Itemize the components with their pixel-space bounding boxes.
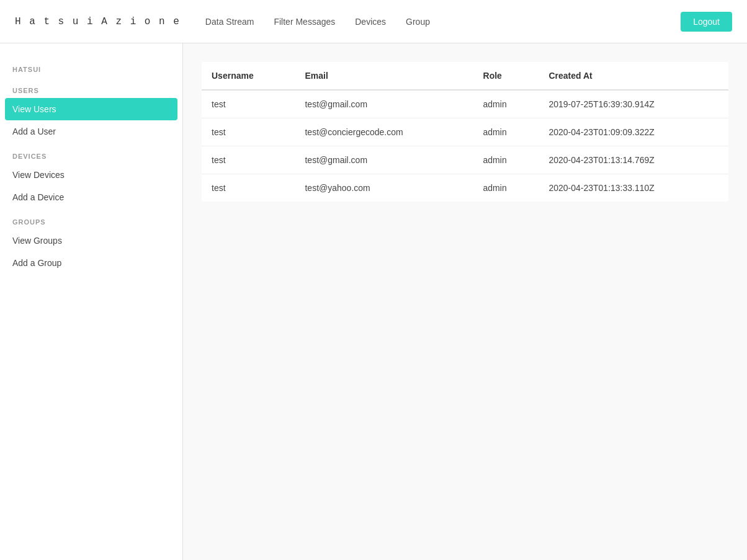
cell-username: test (202, 174, 295, 202)
cell-created_at: 2020-04-23T01:13:33.110Z (539, 174, 728, 202)
nav-data-stream[interactable]: Data Stream (205, 17, 254, 27)
nav-filter-messages[interactable]: Filter Messages (274, 17, 335, 27)
nav-devices[interactable]: Devices (355, 17, 386, 27)
cell-username: test (202, 90, 295, 118)
cell-role: admin (473, 146, 539, 174)
sidebar-item-add-user[interactable]: Add a User (0, 120, 182, 143)
cell-created_at: 2020-04-23T01:09:09.322Z (539, 118, 728, 146)
sidebar-item-view-groups[interactable]: View Groups (0, 229, 182, 252)
sidebar: HATSUI USERS View Users Add a User DEVIC… (0, 43, 183, 560)
navbar-right: Logout (681, 12, 732, 32)
cell-username: test (202, 146, 295, 174)
table-row: testtest@gmail.comadmin2019-07-25T16:39:… (202, 90, 728, 118)
navbar: H a t s u i A z i o n e Data Stream Filt… (0, 0, 747, 43)
table-body: testtest@gmail.comadmin2019-07-25T16:39:… (202, 90, 728, 202)
table-row: testtest@conciergecode.comadmin2020-04-2… (202, 118, 728, 146)
cell-email: test@conciergecode.com (295, 118, 473, 146)
users-table: Username Email Role Created At testtest@… (202, 62, 728, 202)
cell-email: test@gmail.com (295, 146, 473, 174)
sidebar-users-label: USERS (0, 77, 182, 98)
col-role: Role (473, 62, 539, 90)
table-header-row: Username Email Role Created At (202, 62, 728, 90)
sidebar-item-view-users[interactable]: View Users (5, 98, 177, 120)
table-header: Username Email Role Created At (202, 62, 728, 90)
sidebar-groups-label: GROUPS (0, 208, 182, 229)
layout: HATSUI USERS View Users Add a User DEVIC… (0, 43, 747, 560)
cell-role: admin (473, 90, 539, 118)
sidebar-item-view-devices[interactable]: View Devices (0, 164, 182, 186)
sidebar-hatsui-label: HATSUI (0, 56, 182, 77)
cell-created_at: 2019-07-25T16:39:30.914Z (539, 90, 728, 118)
sidebar-item-add-group[interactable]: Add a Group (0, 252, 182, 274)
cell-email: test@gmail.com (295, 90, 473, 118)
sidebar-devices-label: DEVICES (0, 143, 182, 164)
col-email: Email (295, 62, 473, 90)
main-content: Username Email Role Created At testtest@… (183, 43, 747, 560)
sidebar-item-add-device[interactable]: Add a Device (0, 186, 182, 208)
table-row: testtest@yahoo.comadmin2020-04-23T01:13:… (202, 174, 728, 202)
navbar-links: Data Stream Filter Messages Devices Grou… (205, 17, 681, 27)
cell-role: admin (473, 174, 539, 202)
cell-email: test@yahoo.com (295, 174, 473, 202)
brand-logo: H a t s u i A z i o n e (15, 16, 181, 27)
cell-created_at: 2020-04-23T01:13:14.769Z (539, 146, 728, 174)
col-username: Username (202, 62, 295, 90)
users-table-container: Username Email Role Created At testtest@… (202, 62, 728, 202)
logout-button[interactable]: Logout (681, 12, 732, 32)
table-row: testtest@gmail.comadmin2020-04-23T01:13:… (202, 146, 728, 174)
cell-role: admin (473, 118, 539, 146)
col-created-at: Created At (539, 62, 728, 90)
nav-group[interactable]: Group (406, 17, 430, 27)
cell-username: test (202, 118, 295, 146)
